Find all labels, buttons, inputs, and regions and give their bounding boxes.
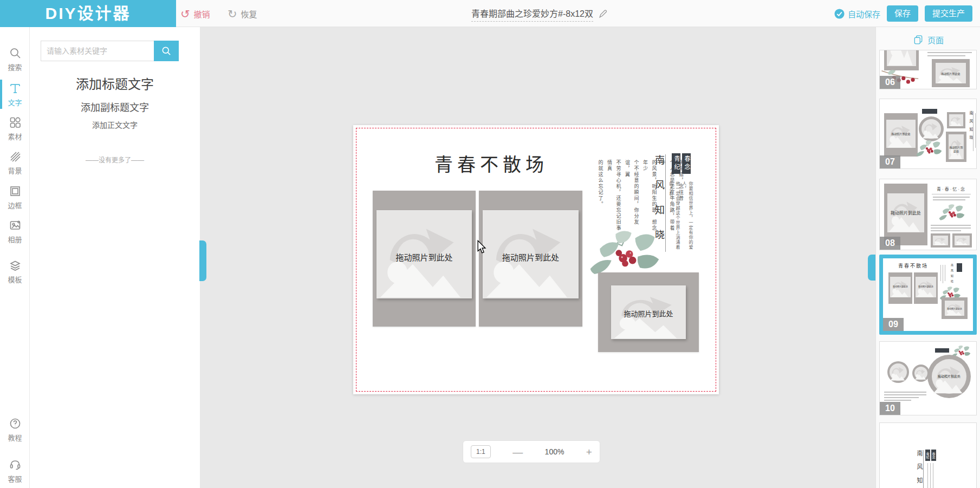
album-icon <box>9 219 22 232</box>
autosave-toggle[interactable]: 自动保存 <box>834 8 880 19</box>
sidebar-item-tutorial[interactable]: 教程 <box>0 413 30 446</box>
border-icon <box>9 185 22 198</box>
text-tool-panel: 添加标题文字 添加副标题文字 添加正文文字 ——没有更多了—— <box>30 27 200 488</box>
document-title[interactable]: 青春期部曲之珍爱妙方#-8x12双面水晶 <box>471 6 593 22</box>
help-icon <box>9 417 22 430</box>
background-icon <box>9 150 22 163</box>
zoom-out-button[interactable]: — <box>512 447 523 457</box>
left-icon-rail: 搜索 文字 素材 背景 边框 相册 <box>0 27 30 488</box>
rail-label: 教程 <box>8 432 22 443</box>
pages-panel-header: 页面 <box>876 31 980 48</box>
page-number-badge: 06 <box>880 76 900 89</box>
drag-photo-hint: 拖动照片到此处 <box>377 251 472 263</box>
add-title-text-option[interactable]: 添加标题文字 <box>30 74 200 93</box>
thumb-title: 青春不散场 <box>898 262 928 269</box>
stamp-left-column: 青纪 <box>672 153 680 174</box>
side-note-column: 你要相信世界上，一定有你的爱人， <box>680 181 693 250</box>
sidebar-item-album[interactable]: 相册 <box>0 214 30 248</box>
page-thumbnail-08[interactable]: 拖动照片到此处 青·春·忆·念 08 <box>879 179 977 250</box>
edit-pencil-icon[interactable] <box>598 9 608 19</box>
template-icon <box>9 259 22 272</box>
redo-button[interactable]: ↻ 恢复 <box>228 0 257 27</box>
search-icon <box>9 47 22 60</box>
pages-icon <box>913 34 924 45</box>
search-icon <box>161 45 172 56</box>
sidebar-item-border[interactable]: 边框 <box>0 180 30 214</box>
page-thumbnail-09-selected[interactable]: 青春不散场 拖动照片到此处 拖动照片到此处 南风知晓 拖动照片到此 <box>879 255 977 335</box>
header-right-controls: 自动保存 保存 提交生产 <box>834 0 972 27</box>
page-number-badge: 09 <box>883 318 904 331</box>
page-thumbnail-11[interactable]: 南风知晓 青纪 春念 11 <box>879 422 977 488</box>
ratio-1-1-button[interactable]: 1:1 <box>471 445 491 458</box>
paragraph-column: 的就这么忘记了。 <box>596 160 605 232</box>
add-subtitle-text-option[interactable]: 添加副标题文字 <box>30 100 200 114</box>
paragraph-column: 个不经意的瞬间，你分友谊，翼 <box>623 160 641 232</box>
holly-berry-illustration <box>937 203 966 223</box>
pages-title: 页面 <box>927 34 944 45</box>
photo-drop-zone-1[interactable]: 拖动照片到此处 <box>373 191 476 327</box>
photo-placeholder: 拖动照片到此处 <box>611 285 686 339</box>
redo-label: 恢复 <box>241 8 257 19</box>
right-panel-collapse-handle[interactable] <box>868 255 875 281</box>
page-thumbnail-07[interactable]: 拖动照片到此处 拖动照片到此处 南风知晓 07 <box>879 99 977 169</box>
page-number-badge: 07 <box>880 155 900 168</box>
photo-drop-zone-2[interactable]: 拖动照片到此处 <box>479 191 582 327</box>
document-title-wrap: 青春期部曲之珍爱妙方#-8x12双面水晶 <box>471 6 608 22</box>
seal-stamp[interactable]: 青纪 春念 <box>672 153 691 174</box>
support-icon <box>9 458 22 471</box>
zoom-control-bar: 1:1 — 100% + <box>463 440 600 463</box>
zoom-in-button[interactable]: + <box>586 447 592 457</box>
side-note-column: 他一定会穿越这个世界上汹涌着的人群。 <box>667 181 680 250</box>
add-body-text-option[interactable]: 添加正文文字 <box>30 119 200 130</box>
pages-panel: 页面 拖动照片到此处 06 <box>875 27 980 488</box>
header-bar: DIY设计器 ↺ 撤销 ↻ 恢复 青春期部曲之珍爱妙方#-8x12双面水晶 自动… <box>0 0 980 27</box>
rail-label: 素材 <box>8 131 22 141</box>
sidebar-item-support[interactable]: 客服 <box>0 454 30 487</box>
stamp-right-column: 春念 <box>682 153 691 174</box>
save-button[interactable]: 保存 <box>887 5 918 22</box>
photo-placeholder: 拖动照片到此处 <box>483 210 579 298</box>
sidebar-item-text[interactable]: 文字 <box>0 77 30 111</box>
drag-photo-hint: 拖动照片到此处 <box>483 251 579 263</box>
sidebar-item-elements[interactable]: 素材 <box>0 112 30 145</box>
rail-label: 搜索 <box>8 62 22 72</box>
page-thumbnail-10[interactable]: 拖动照片到此处 10 <box>879 341 977 415</box>
zoom-level-value: 100% <box>545 447 564 456</box>
search-button[interactable] <box>154 41 179 61</box>
sidebar-item-template[interactable]: 模板 <box>0 255 30 288</box>
search-input[interactable] <box>41 41 154 61</box>
app-logo: DIY设计器 <box>0 0 176 27</box>
sidebar-item-background[interactable]: 背景 <box>0 146 30 179</box>
vertical-side-note-text[interactable]: 你要相信世界上，一定有你的爱人， 他一定会穿越这个世界上汹涌着的人群。 <box>667 181 693 250</box>
rail-label: 相册 <box>8 234 22 244</box>
diy-designer-app: DIY设计器 ↺ 撤销 ↻ 恢复 青春期部曲之珍爱妙方#-8x12双面水晶 自动… <box>0 0 980 488</box>
photo-drop-zone-3[interactable]: 拖动照片到此处 <box>598 272 699 352</box>
left-panel-collapse-handle[interactable] <box>199 240 206 281</box>
elements-icon <box>9 116 22 129</box>
no-more-label: ——没有更多了—— <box>30 155 200 164</box>
text-icon <box>9 82 22 95</box>
thumb-heading: 青·春·忆·念 <box>931 186 972 192</box>
vertical-divider-line <box>665 154 666 252</box>
page-thumbnail-06[interactable]: 拖动照片到此处 06 <box>879 50 977 89</box>
rail-label: 文字 <box>8 97 22 107</box>
rail-label: 客服 <box>8 473 22 484</box>
submit-production-button[interactable]: 提交生产 <box>925 5 972 22</box>
drag-photo-hint: 拖动照片到此处 <box>611 308 686 318</box>
paragraph-column: 不劳寻心机，还要忘记旧事情真 <box>605 160 623 232</box>
material-search-box <box>41 41 179 61</box>
canvas-title-text[interactable]: 青春不散场 <box>434 150 548 177</box>
photo-placeholder: 拖动照片到此处 <box>377 210 472 298</box>
redo-icon: ↻ <box>228 8 237 19</box>
undo-label: 撤销 <box>194 8 210 19</box>
thumbnail-preview: 南风知晓 青纪 春念 <box>880 423 976 488</box>
rail-label: 边框 <box>8 200 22 210</box>
rail-label: 背景 <box>8 165 22 175</box>
rail-label: 模板 <box>8 274 22 284</box>
holly-berry-illustration <box>914 139 944 159</box>
undo-button[interactable]: ↺ 撤销 <box>180 0 210 27</box>
design-canvas[interactable]: 青春不散场 拖动照片到此处 拖动照片到此处 阴阳错，念往昔 个人总是走在牛角路，… <box>353 125 719 394</box>
undo-icon: ↺ <box>180 8 190 19</box>
sidebar-item-search[interactable]: 搜索 <box>0 42 30 76</box>
check-circle-icon <box>834 9 845 19</box>
